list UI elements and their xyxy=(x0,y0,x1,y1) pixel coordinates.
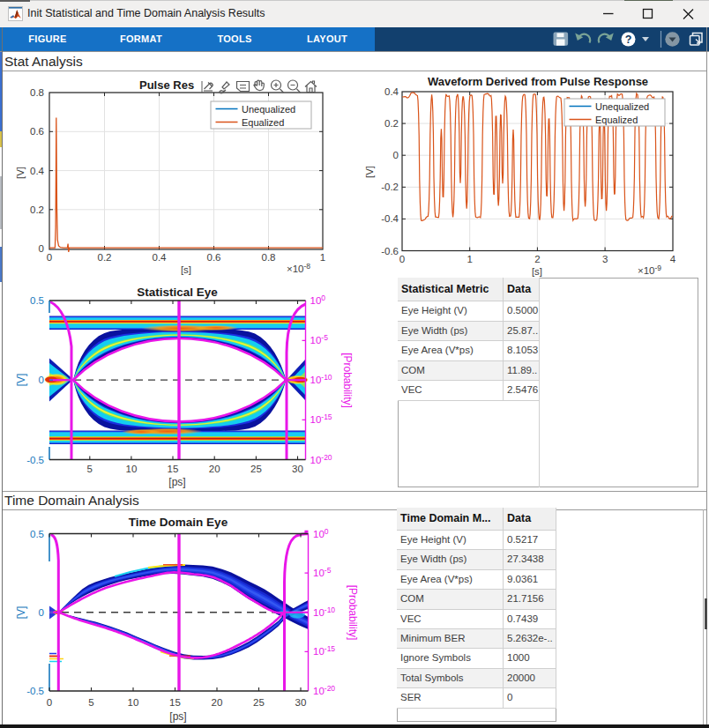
svg-text:Pulse Res: Pulse Res xyxy=(139,78,194,92)
svg-text:10-5: 10-5 xyxy=(310,333,329,345)
svg-text:2: 2 xyxy=(534,254,540,264)
svg-text:0.5: 0.5 xyxy=(30,529,44,539)
svg-text:[ps]: [ps] xyxy=(168,476,185,488)
svg-text:0.4: 0.4 xyxy=(30,166,45,176)
svg-text:-0.6: -0.6 xyxy=(381,246,399,256)
svg-text:0.4: 0.4 xyxy=(384,86,399,97)
svg-text:Unequalized: Unequalized xyxy=(595,101,649,112)
svg-text:0: 0 xyxy=(399,254,405,264)
svg-text:25: 25 xyxy=(250,464,262,474)
svg-text:10: 10 xyxy=(128,697,139,708)
svg-text:-0.2: -0.2 xyxy=(381,182,399,192)
svg-text:0: 0 xyxy=(39,607,44,618)
svg-text:[V]: [V] xyxy=(15,374,27,387)
svg-text:0: 0 xyxy=(393,150,399,160)
svg-text:20: 20 xyxy=(212,697,223,708)
svg-text:Equalized: Equalized xyxy=(242,117,284,128)
svg-text:0: 0 xyxy=(47,252,52,263)
svg-text:25: 25 xyxy=(253,697,265,708)
svg-text:1: 1 xyxy=(320,252,325,263)
svg-text:3: 3 xyxy=(602,254,608,264)
svg-text:10-20: 10-20 xyxy=(310,453,332,465)
svg-text:10-20: 10-20 xyxy=(313,684,335,696)
svg-text:×10-8: ×10-8 xyxy=(287,262,310,274)
svg-text:0.2: 0.2 xyxy=(98,252,112,263)
svg-text:Unequalized: Unequalized xyxy=(242,104,295,115)
svg-text:[s]: [s] xyxy=(532,266,542,277)
svg-text:10-10: 10-10 xyxy=(310,373,332,385)
svg-text:[V]: [V] xyxy=(364,166,375,178)
svg-text:0: 0 xyxy=(47,697,52,708)
svg-text:5: 5 xyxy=(88,697,93,708)
svg-text:0.2: 0.2 xyxy=(384,118,399,129)
svg-text:[Probability]: [Probability] xyxy=(341,353,354,408)
svg-text:-0.5: -0.5 xyxy=(26,455,44,465)
svg-text:1: 1 xyxy=(466,254,472,264)
svg-text:0: 0 xyxy=(39,243,44,254)
svg-text:0.8: 0.8 xyxy=(30,87,44,98)
svg-text:[Probability]: [Probability] xyxy=(347,585,359,641)
svg-text:[s]: [s] xyxy=(181,264,191,275)
svg-text:100: 100 xyxy=(313,527,329,539)
svg-text:100: 100 xyxy=(310,293,326,306)
svg-text:10: 10 xyxy=(126,464,138,474)
svg-text:0.6: 0.6 xyxy=(30,126,44,137)
svg-text:Statistical Eye: Statistical Eye xyxy=(137,286,218,299)
svg-text:0.8: 0.8 xyxy=(262,252,276,263)
svg-text:0.4: 0.4 xyxy=(153,252,168,263)
svg-text:Time Domain Eye: Time Domain Eye xyxy=(129,516,228,529)
svg-text:30: 30 xyxy=(295,697,307,708)
svg-text:0.5: 0.5 xyxy=(30,295,44,306)
svg-text:[ps]: [ps] xyxy=(169,710,186,723)
svg-text:-0.5: -0.5 xyxy=(26,686,44,696)
svg-text:10-5: 10-5 xyxy=(313,566,332,578)
svg-text:Equalized: Equalized xyxy=(595,115,638,125)
svg-text:10-10: 10-10 xyxy=(313,605,335,618)
svg-text:15: 15 xyxy=(169,697,181,708)
svg-text:Waveform Derived from Pulse Re: Waveform Derived from Pulse Response xyxy=(428,75,648,88)
svg-text:20: 20 xyxy=(209,464,220,474)
svg-text:×10-9: ×10-9 xyxy=(638,264,661,276)
svg-text:30: 30 xyxy=(292,464,303,474)
svg-text:5: 5 xyxy=(87,464,93,474)
svg-text:0.6: 0.6 xyxy=(207,252,221,263)
svg-text:[V]: [V] xyxy=(15,167,26,179)
svg-text:-0.4: -0.4 xyxy=(381,213,399,224)
svg-text:15: 15 xyxy=(168,464,179,474)
svg-text:4: 4 xyxy=(670,254,676,264)
svg-text:0: 0 xyxy=(39,375,44,385)
svg-text:[V]: [V] xyxy=(15,606,27,620)
svg-text:10-15: 10-15 xyxy=(310,412,332,425)
svg-text:10-15: 10-15 xyxy=(313,644,335,657)
svg-text:0.2: 0.2 xyxy=(30,204,44,215)
